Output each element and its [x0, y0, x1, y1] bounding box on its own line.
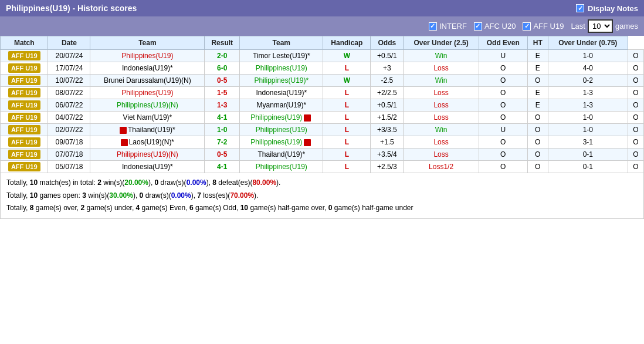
cell-ou075: O [628, 136, 643, 149]
cell-ou25: U [479, 50, 527, 62]
cell-team1[interactable]: Indonesia(U19)* [90, 62, 205, 75]
col-odds: Odds [371, 36, 404, 50]
cell-match: AFF U19 [1, 62, 48, 75]
cell-wl: L [323, 87, 371, 99]
cell-ou075: O [628, 149, 643, 161]
cell-ou075: O [628, 112, 643, 124]
cell-ou25: O [479, 62, 527, 75]
cell-team1[interactable]: Philippines(U19) [90, 50, 205, 62]
cell-ou075: O [628, 50, 643, 62]
cell-team2[interactable]: Indonesia(U19)* [240, 87, 323, 99]
cell-team1[interactable]: Brunei Darussalam(U19)(N) [90, 75, 205, 87]
cell-ht: 3-1 [548, 136, 628, 149]
header: Philippines(U19) - Historic scores ✓ Dis… [0, 0, 644, 16]
cell-team2[interactable]: Philippines(U19) [240, 136, 323, 149]
cell-result: 1-0 [205, 124, 240, 136]
cell-ou25: U [479, 124, 527, 136]
cell-wl: W [323, 75, 371, 87]
cell-ou25: O [479, 75, 527, 87]
col-ht: HT [527, 36, 548, 50]
cell-date: 10/07/22 [48, 75, 90, 87]
cell-team2[interactable]: Philippines(U19)* [240, 75, 323, 87]
col-ou25: Over Under (2.5) [404, 36, 479, 50]
aff-filter[interactable]: ✓ AFF U19 [523, 22, 564, 31]
cell-team1[interactable]: Philippines(U19) [90, 87, 205, 99]
cell-ht: 0-2 [548, 75, 628, 87]
cell-team2[interactable]: Philippines(U19) [240, 112, 323, 124]
cell-result: 7-2 [205, 136, 240, 149]
display-notes-label: Display Notes [588, 4, 638, 13]
cell-oe: E [527, 50, 548, 62]
display-notes-checkbox[interactable]: ✓ [576, 4, 584, 12]
cell-odds: Loss [404, 62, 479, 75]
cell-team1[interactable]: Philippines(U19)(N) [90, 149, 205, 161]
cell-team1[interactable]: Viet Nam(U19)* [90, 112, 205, 124]
interf-checkbox[interactable]: ✓ [429, 22, 437, 31]
last-games-select[interactable]: 10 5 15 20 25 [588, 19, 613, 33]
cell-result: 1-5 [205, 87, 240, 99]
cell-team2[interactable]: Myanmar(U19)* [240, 99, 323, 112]
cell-team2[interactable]: Philippines(U19) [240, 62, 323, 75]
cell-date: 06/07/22 [48, 99, 90, 112]
col-oe: Odd Even [479, 36, 527, 50]
cell-handicap: +1.5/2 [371, 112, 404, 124]
afc-checkbox[interactable]: ✓ [474, 22, 482, 31]
cell-match: AFF U19 [1, 149, 48, 161]
cell-result: 4-1 [205, 161, 240, 173]
table-row: AFF U1909/07/18Laos(U19)(N)*7-2Philippin… [1, 136, 644, 149]
cell-oe: O [527, 112, 548, 124]
interf-label: INTERF [439, 22, 467, 31]
cell-ht: 1-3 [548, 99, 628, 112]
cell-date: 04/07/22 [48, 112, 90, 124]
cell-team2[interactable]: Philippines(U19) [240, 124, 323, 136]
cell-ou075: O [628, 99, 643, 112]
cell-team1[interactable]: Indonesia(U19)* [90, 161, 205, 173]
cell-handicap: +1.5 [371, 136, 404, 149]
col-handicap: Handicap [323, 36, 371, 50]
cell-date: 17/07/24 [48, 62, 90, 75]
interf-filter[interactable]: ✓ INTERF [429, 22, 467, 31]
cell-result: 4-1 [205, 112, 240, 124]
cell-match: AFF U19 [1, 75, 48, 87]
cell-team1[interactable]: Thailand(U19)* [90, 124, 205, 136]
cell-team1[interactable]: Laos(U19)(N)* [90, 136, 205, 149]
cell-team2[interactable]: Philippines(U19) [240, 161, 323, 173]
main-container: Philippines(U19) - Historic scores ✓ Dis… [0, 0, 644, 219]
cell-team2[interactable]: Thailand(U19)* [240, 149, 323, 161]
cell-team2[interactable]: Timor Leste(U19)* [240, 50, 323, 62]
col-team2: Team [240, 36, 323, 50]
cell-wl: L [323, 124, 371, 136]
cell-match: AFF U19 [1, 87, 48, 99]
cell-wl: W [323, 50, 371, 62]
cell-odds: Win [404, 124, 479, 136]
cell-wl: L [323, 62, 371, 75]
cell-ou075: O [628, 161, 643, 173]
col-date: Date [48, 36, 90, 50]
cell-date: 20/07/24 [48, 50, 90, 62]
cell-ou075: O [628, 75, 643, 87]
cell-handicap: +3/3.5 [371, 124, 404, 136]
cell-oe: O [527, 136, 548, 149]
cell-ou075: O [628, 62, 643, 75]
stats-line2: Totally, 10 games open: 3 win(s)(30.00%)… [6, 190, 638, 203]
filter-bar: ✓ INTERF ✓ AFC U20 ✓ AFF U19 Last 10 5 1… [0, 16, 644, 36]
cell-ht: 1-3 [548, 87, 628, 99]
table-row: AFF U1902/07/22Thailand(U19)*1-0Philippi… [1, 124, 644, 136]
cell-handicap: -2.5 [371, 75, 404, 87]
cell-odds: Loss [404, 149, 479, 161]
table-row: AFF U1906/07/22Philippines(U19)(N)1-3Mya… [1, 99, 644, 112]
flag-icon [120, 127, 127, 134]
cell-ou25: O [479, 136, 527, 149]
cell-date: 09/07/18 [48, 136, 90, 149]
table-row: AFF U1908/07/22Philippines(U19)1-5Indone… [1, 87, 644, 99]
aff-checkbox[interactable]: ✓ [523, 22, 531, 31]
cell-date: 02/07/22 [48, 124, 90, 136]
afc-filter[interactable]: ✓ AFC U20 [474, 22, 516, 31]
cell-match: AFF U19 [1, 99, 48, 112]
cell-odds: Loss [404, 99, 479, 112]
cell-team1[interactable]: Philippines(U19)(N) [90, 99, 205, 112]
cell-handicap: +2/2.5 [371, 87, 404, 99]
cell-result: 6-0 [205, 62, 240, 75]
table-row: AFF U1920/07/24Philippines(U19)2-0Timor … [1, 50, 644, 62]
header-title: Philippines(U19) - Historic scores [6, 4, 137, 13]
